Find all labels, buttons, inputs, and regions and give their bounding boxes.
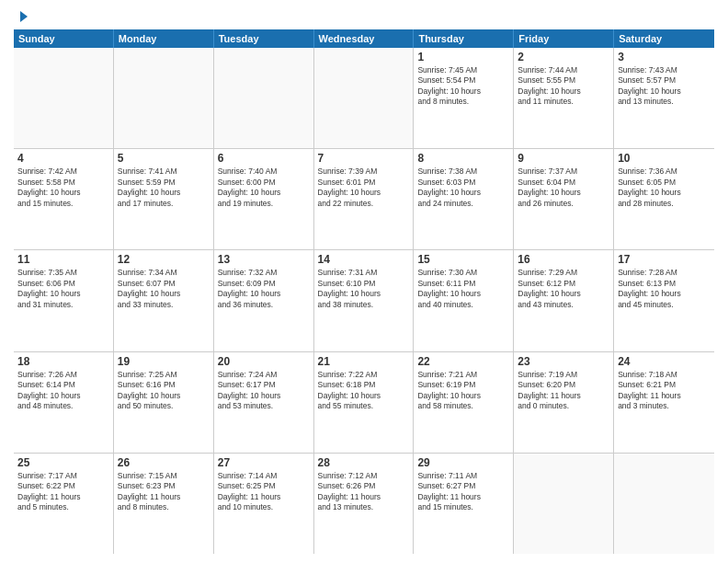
cell-info: Sunrise: 7:18 AMSunset: 6:21 PMDaylight:… — [618, 370, 711, 412]
day-number: 1 — [417, 51, 509, 63]
header — [14, 9, 714, 24]
cell-info: Sunrise: 7:11 AMSunset: 6:27 PMDaylight:… — [417, 471, 509, 513]
calendar-cell: 1Sunrise: 7:45 AMSunset: 5:54 PMDaylight… — [414, 48, 514, 148]
day-number: 28 — [318, 456, 410, 469]
calendar-cell: 24Sunrise: 7:18 AMSunset: 6:21 PMDayligh… — [614, 352, 714, 453]
calendar-cell: 25Sunrise: 7:17 AMSunset: 6:22 PMDayligh… — [14, 454, 114, 554]
cell-info: Sunrise: 7:29 AMSunset: 6:12 PMDaylight:… — [518, 268, 609, 310]
calendar-row: 11Sunrise: 7:35 AMSunset: 6:06 PMDayligh… — [14, 250, 714, 351]
calendar-cell: 18Sunrise: 7:26 AMSunset: 6:14 PMDayligh… — [14, 352, 114, 453]
day-number: 2 — [518, 51, 609, 63]
cell-info: Sunrise: 7:15 AMSunset: 6:23 PMDaylight:… — [118, 471, 210, 513]
calendar-cell: 12Sunrise: 7:34 AMSunset: 6:07 PMDayligh… — [114, 250, 214, 350]
cell-info: Sunrise: 7:14 AMSunset: 6:25 PMDaylight:… — [218, 471, 310, 513]
day-number: 25 — [17, 456, 109, 469]
day-number: 13 — [218, 253, 310, 266]
day-number: 14 — [318, 253, 410, 266]
day-number: 5 — [118, 152, 210, 165]
cell-info: Sunrise: 7:26 AMSunset: 6:14 PMDaylight:… — [17, 370, 109, 412]
cell-info: Sunrise: 7:37 AMSunset: 6:04 PMDaylight:… — [518, 167, 609, 209]
calendar-cell — [614, 454, 714, 554]
calendar-cell: 15Sunrise: 7:30 AMSunset: 6:11 PMDayligh… — [414, 250, 514, 350]
cell-info: Sunrise: 7:41 AMSunset: 5:59 PMDaylight:… — [118, 167, 210, 209]
day-number: 3 — [618, 51, 711, 63]
calendar-cell — [214, 48, 314, 148]
logo — [14, 9, 29, 24]
cell-info: Sunrise: 7:40 AMSunset: 6:00 PMDaylight:… — [218, 167, 310, 209]
weekday-header: Thursday — [414, 29, 514, 48]
day-number: 11 — [17, 253, 109, 266]
svg-marker-0 — [20, 11, 28, 22]
cell-info: Sunrise: 7:32 AMSunset: 6:09 PMDaylight:… — [218, 268, 310, 310]
calendar-cell: 8Sunrise: 7:38 AMSunset: 6:03 PMDaylight… — [414, 149, 514, 249]
weekday-header: Sunday — [14, 29, 114, 48]
calendar-cell: 10Sunrise: 7:36 AMSunset: 6:05 PMDayligh… — [614, 149, 714, 249]
day-number: 7 — [318, 152, 410, 165]
day-number: 19 — [118, 355, 210, 368]
day-number: 26 — [118, 456, 210, 469]
calendar-body: 1Sunrise: 7:45 AMSunset: 5:54 PMDaylight… — [14, 48, 714, 554]
calendar-cell: 5Sunrise: 7:41 AMSunset: 5:59 PMDaylight… — [114, 149, 214, 249]
calendar-cell: 17Sunrise: 7:28 AMSunset: 6:13 PMDayligh… — [614, 250, 714, 350]
cell-info: Sunrise: 7:44 AMSunset: 5:55 PMDaylight:… — [518, 65, 609, 108]
calendar-cell: 22Sunrise: 7:21 AMSunset: 6:19 PMDayligh… — [414, 352, 514, 453]
calendar-cell: 2Sunrise: 7:44 AMSunset: 5:55 PMDaylight… — [514, 48, 614, 148]
cell-info: Sunrise: 7:19 AMSunset: 6:20 PMDaylight:… — [518, 370, 609, 412]
calendar-cell — [514, 454, 614, 554]
calendar-cell: 14Sunrise: 7:31 AMSunset: 6:10 PMDayligh… — [314, 250, 415, 350]
cell-info: Sunrise: 7:24 AMSunset: 6:17 PMDaylight:… — [218, 370, 310, 412]
calendar-cell: 21Sunrise: 7:22 AMSunset: 6:18 PMDayligh… — [314, 352, 415, 453]
calendar-cell: 13Sunrise: 7:32 AMSunset: 6:09 PMDayligh… — [214, 250, 314, 350]
cell-info: Sunrise: 7:30 AMSunset: 6:11 PMDaylight:… — [417, 268, 509, 310]
weekday-header: Friday — [514, 29, 614, 48]
day-number: 4 — [17, 152, 109, 165]
day-number: 9 — [518, 152, 609, 165]
calendar-row: 18Sunrise: 7:26 AMSunset: 6:14 PMDayligh… — [14, 352, 714, 454]
day-number: 22 — [417, 355, 509, 368]
calendar-cell: 6Sunrise: 7:40 AMSunset: 6:00 PMDaylight… — [214, 149, 314, 249]
calendar-row: 25Sunrise: 7:17 AMSunset: 6:22 PMDayligh… — [14, 454, 714, 554]
day-number: 24 — [618, 355, 711, 368]
day-number: 10 — [618, 152, 711, 165]
page: SundayMondayTuesdayWednesdayThursdayFrid… — [0, 0, 728, 563]
weekday-header: Tuesday — [214, 29, 314, 48]
cell-info: Sunrise: 7:17 AMSunset: 6:22 PMDaylight:… — [17, 471, 109, 513]
day-number: 16 — [518, 253, 609, 266]
cell-info: Sunrise: 7:42 AMSunset: 5:58 PMDaylight:… — [17, 167, 109, 209]
calendar-cell: 23Sunrise: 7:19 AMSunset: 6:20 PMDayligh… — [514, 352, 614, 453]
day-number: 15 — [417, 253, 509, 266]
weekday-header: Wednesday — [314, 29, 415, 48]
calendar: SundayMondayTuesdayWednesdayThursdayFrid… — [14, 29, 714, 554]
calendar-cell: 28Sunrise: 7:12 AMSunset: 6:26 PMDayligh… — [314, 454, 415, 554]
cell-info: Sunrise: 7:21 AMSunset: 6:19 PMDaylight:… — [417, 370, 509, 412]
calendar-cell: 9Sunrise: 7:37 AMSunset: 6:04 PMDaylight… — [514, 149, 614, 249]
cell-info: Sunrise: 7:12 AMSunset: 6:26 PMDaylight:… — [318, 471, 410, 513]
day-number: 8 — [417, 152, 509, 165]
calendar-row: 4Sunrise: 7:42 AMSunset: 5:58 PMDaylight… — [14, 149, 714, 250]
day-number: 23 — [518, 355, 609, 368]
cell-info: Sunrise: 7:35 AMSunset: 6:06 PMDaylight:… — [17, 268, 109, 310]
day-number: 21 — [318, 355, 410, 368]
calendar-row: 1Sunrise: 7:45 AMSunset: 5:54 PMDaylight… — [14, 48, 714, 149]
cell-info: Sunrise: 7:31 AMSunset: 6:10 PMDaylight:… — [318, 268, 410, 310]
cell-info: Sunrise: 7:25 AMSunset: 6:16 PMDaylight:… — [118, 370, 210, 412]
cell-info: Sunrise: 7:22 AMSunset: 6:18 PMDaylight:… — [318, 370, 410, 412]
day-number: 17 — [618, 253, 711, 266]
cell-info: Sunrise: 7:45 AMSunset: 5:54 PMDaylight:… — [417, 65, 509, 108]
calendar-cell: 7Sunrise: 7:39 AMSunset: 6:01 PMDaylight… — [314, 149, 415, 249]
cell-info: Sunrise: 7:39 AMSunset: 6:01 PMDaylight:… — [318, 167, 410, 209]
calendar-cell — [14, 48, 114, 148]
day-number: 18 — [17, 355, 109, 368]
day-number: 29 — [417, 456, 509, 469]
calendar-cell: 19Sunrise: 7:25 AMSunset: 6:16 PMDayligh… — [114, 352, 214, 453]
cell-info: Sunrise: 7:43 AMSunset: 5:57 PMDaylight:… — [618, 65, 711, 108]
calendar-cell: 3Sunrise: 7:43 AMSunset: 5:57 PMDaylight… — [614, 48, 714, 148]
calendar-cell — [314, 48, 415, 148]
weekday-header: Saturday — [614, 29, 714, 48]
cell-info: Sunrise: 7:28 AMSunset: 6:13 PMDaylight:… — [618, 268, 711, 310]
calendar-cell: 20Sunrise: 7:24 AMSunset: 6:17 PMDayligh… — [214, 352, 314, 453]
calendar-cell: 26Sunrise: 7:15 AMSunset: 6:23 PMDayligh… — [114, 454, 214, 554]
calendar-cell: 11Sunrise: 7:35 AMSunset: 6:06 PMDayligh… — [14, 250, 114, 350]
cell-info: Sunrise: 7:36 AMSunset: 6:05 PMDaylight:… — [618, 167, 711, 209]
day-number: 6 — [218, 152, 310, 165]
